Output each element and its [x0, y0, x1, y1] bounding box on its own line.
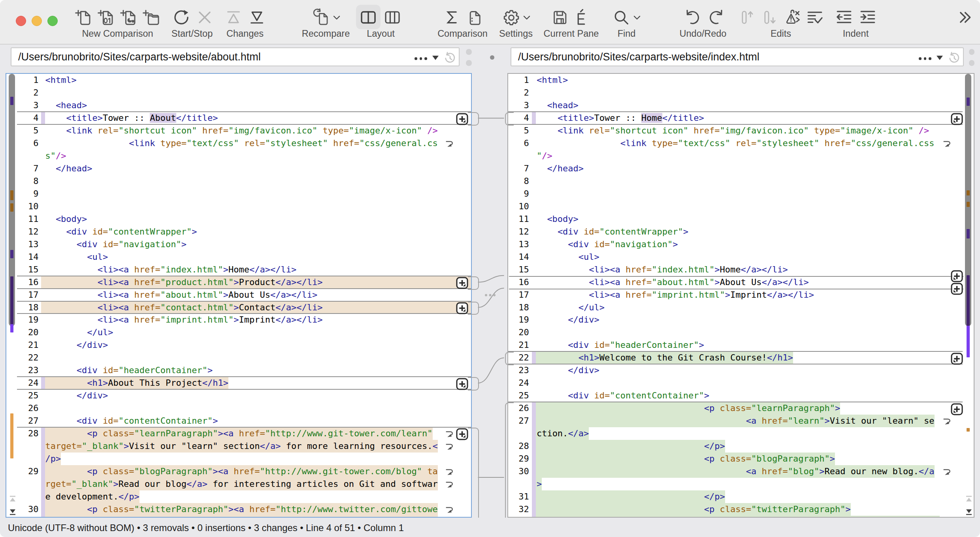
code-row[interactable]: 18<li><a href="contact.html">Contact</a>…: [6, 301, 471, 314]
code-text[interactable]: <a href="blog">Read our new blog.</a: [746, 465, 935, 478]
code-text[interactable]: ction.</a>: [537, 427, 589, 440]
code-row[interactable]: [508, 516, 974, 517]
code-row[interactable]: 28</p>: [508, 440, 974, 453]
code-row[interactable]: 5<link rel="shortcut icon" href="img/fav…: [508, 124, 974, 137]
code-text[interactable]: </head>: [547, 162, 584, 175]
merge-change-button[interactable]: [951, 283, 963, 297]
code-row[interactable]: 14<ul>: [6, 251, 471, 263]
code-row[interactable]: 3<head>: [508, 99, 974, 112]
merge-change-button[interactable]: [456, 113, 468, 127]
code-row[interactable]: 32<p class="twitterParagraph">: [508, 503, 974, 516]
code-text[interactable]: <p class="blogParagraph"><a href="http:/…: [87, 465, 438, 478]
code-text[interactable]: <ul>: [579, 251, 599, 263]
code-text[interactable]: <div id="headerContainer">: [568, 339, 704, 351]
merge-change-button[interactable]: [456, 378, 468, 392]
toolbar-button-redo[interactable]: [706, 7, 726, 28]
toolbar-button-next-change[interactable]: [247, 7, 267, 28]
code-text[interactable]: <li><a href="imprint.html">Imprint</a></…: [589, 289, 814, 301]
code-text[interactable]: <li><a href="contact.html">Contact</a></…: [98, 301, 323, 314]
code-text[interactable]: <p class="blogParagraph">: [704, 453, 835, 465]
toolbar-button-start-comparison[interactable]: [171, 7, 192, 28]
code-text[interactable]: [45, 516, 437, 517]
code-text[interactable]: <li><a href="index.html">Home</a></li>: [589, 263, 788, 276]
code-row[interactable]: 17<li><a href="imprint.html">Imprint</a>…: [508, 289, 974, 301]
code-text[interactable]: <html>: [537, 74, 568, 86]
code-row[interactable]: 20: [508, 326, 974, 339]
code-text[interactable]: <head>: [56, 99, 87, 112]
code-row[interactable]: 24: [508, 377, 974, 389]
code-text[interactable]: </div>: [568, 364, 599, 377]
code-text[interactable]: </div>: [568, 314, 599, 326]
code-row[interactable]: 29<p class="blogParagraph"><a href="http…: [6, 465, 471, 478]
code-text[interactable]: <html>: [45, 74, 76, 86]
code-text[interactable]: <li><a href="index.html">Home</a></li>: [98, 263, 296, 276]
code-row[interactable]: 21<div id="headerContainer">: [508, 339, 974, 351]
toolbar-button-new-binary-comparison[interactable]: [96, 7, 116, 28]
path-dropdown-arrow-icon[interactable]: [432, 56, 439, 60]
code-view[interactable]: 1<html>23<head>4<title>Tower :: About</t…: [6, 74, 471, 517]
code-row[interactable]: s"/>: [6, 150, 471, 162]
code-row[interactable]: 7</head>: [6, 162, 471, 175]
next-change-arrow[interactable]: [9, 509, 17, 517]
toolbar-button-layout-two-pane[interactable]: [358, 7, 379, 28]
code-row[interactable]: 1<html>: [508, 74, 974, 86]
code-text[interactable]: <link rel="shortcut icon" href="img/favi…: [558, 124, 929, 137]
code-text[interactable]: <div id="contentWrapper">: [66, 225, 197, 238]
code-text[interactable]: <ul>: [87, 251, 108, 263]
code-row[interactable]: 3<head>: [6, 99, 471, 112]
merge-change-button[interactable]: [456, 277, 468, 291]
toolbar-button-indent-lines[interactable]: [858, 7, 878, 28]
toolbar-button-undo[interactable]: [682, 7, 703, 28]
code-row[interactable]: 30<p class="twitterParagraph"><a href="h…: [6, 503, 471, 516]
code-text[interactable]: </div>: [77, 339, 108, 351]
code-text[interactable]: s"/>: [45, 150, 66, 162]
code-text[interactable]: </ul>: [87, 326, 113, 339]
code-row[interactable]: ction.</a>: [508, 427, 974, 440]
right-file-path-field[interactable]: /Users/brunobrito/Sites/carparts-website…: [511, 47, 964, 66]
code-row[interactable]: /p>: [6, 453, 471, 465]
toolbar-button-outdent-lines[interactable]: [834, 7, 854, 28]
code-row[interactable]: 9: [6, 188, 471, 200]
code-text[interactable]: target="_blank">Visit our "learn" sectio…: [45, 440, 437, 453]
code-row[interactable]: 29<p class="blogParagraph">: [508, 453, 974, 465]
toolbar-button-new-image-comparison[interactable]: [118, 7, 139, 28]
code-text[interactable]: /p>: [45, 453, 61, 465]
code-row[interactable]: 14<ul>: [508, 251, 974, 263]
code-row[interactable]: 8: [6, 175, 471, 188]
toolbar-button-find[interactable]: [611, 7, 631, 28]
code-row[interactable]: 8: [508, 175, 974, 188]
code-row[interactable]: 23<div id="headerContainer">: [6, 364, 471, 377]
code-row[interactable]: 26: [6, 402, 471, 415]
code-row[interactable]: 30<a href="blog">Read our new blog.</a: [508, 465, 974, 478]
toolbar-button-dismiss-warnings[interactable]: [782, 7, 803, 28]
code-text[interactable]: <div id="headerContainer">: [77, 364, 213, 377]
code-row[interactable]: 12<div id="contentWrapper">: [508, 225, 974, 238]
code-text[interactable]: <a href="learn">Visit our "learn" se: [746, 415, 935, 427]
code-text[interactable]: </ul>: [579, 301, 605, 314]
code-text[interactable]: </p>: [704, 490, 725, 503]
chevron-down-icon[interactable]: [332, 13, 342, 24]
code-text[interactable]: <div id="contentContainer">: [77, 415, 218, 427]
code-row[interactable]: target="_blank">Visit our "learn" sectio…: [6, 440, 471, 453]
code-text[interactable]: </div>: [77, 389, 108, 402]
code-text[interactable]: e development.</p>: [45, 490, 139, 503]
toolbar-overflow-button[interactable]: [954, 7, 974, 28]
code-text[interactable]: <body>: [56, 213, 87, 225]
code-row[interactable]: 6<link type="text/css" rel="stylesheet" …: [508, 137, 974, 150]
next-change-arrow[interactable]: [965, 509, 973, 517]
code-text[interactable]: <div id="contentContainer">: [568, 389, 709, 402]
code-text[interactable]: <p class="twitterParagraph">: [704, 503, 851, 516]
code-row[interactable]: 6<link type="text/css" rel="stylesheet" …: [6, 137, 471, 150]
code-row[interactable]: 13<div id="navigation">: [6, 238, 471, 251]
code-text[interactable]: </p>: [704, 440, 725, 453]
code-text[interactable]: <link rel="shortcut icon" href="img/favi…: [66, 124, 437, 137]
toolbar-button-comparison-summary[interactable]: [441, 7, 462, 28]
code-row[interactable]: [6, 516, 471, 517]
code-row[interactable]: >: [508, 478, 974, 490]
toolbar-button-new-file-comparison[interactable]: [73, 7, 94, 28]
code-text[interactable]: <p class="twitterParagraph"><a href="htt…: [87, 503, 438, 516]
toolbar-button-recompare[interactable]: [311, 7, 331, 28]
code-row[interactable]: 23</div>: [508, 364, 974, 377]
code-text[interactable]: [537, 516, 940, 517]
merge-change-button[interactable]: [951, 403, 963, 417]
